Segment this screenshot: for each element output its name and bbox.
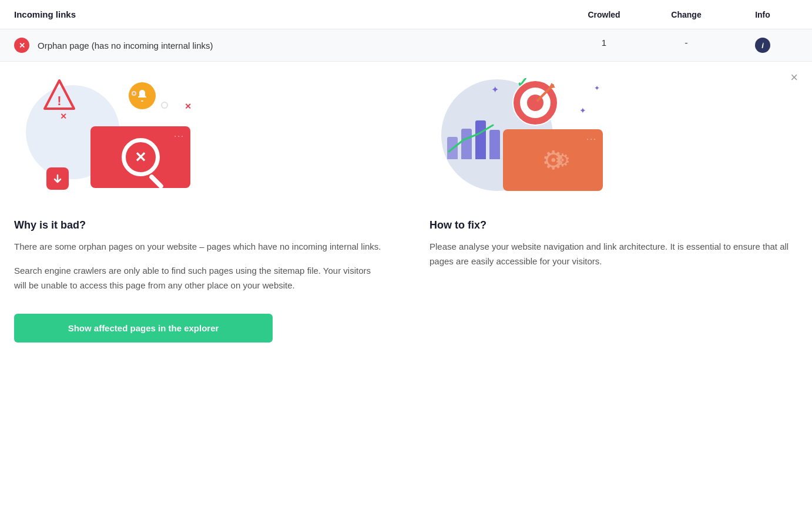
info-column-header: Info [727, 10, 798, 19]
right-illustration: ✓ ✦ ✦ ✦ [430, 73, 618, 203]
how-title: How to fix? [430, 219, 798, 231]
orange-card-dots: ··· [586, 134, 597, 143]
magnifier-container [122, 138, 160, 176]
how-para: Please analyse your website navigation a… [430, 240, 798, 269]
crawled-column-header: Crowled [563, 10, 645, 19]
right-column: ✓ ✦ ✦ ✦ [418, 73, 798, 343]
why-para1: There are some orphan pages on your webs… [14, 240, 382, 254]
issue-label: Orphan page (has no incoming internal li… [38, 41, 563, 51]
arrow-down-icon [46, 167, 69, 190]
close-button[interactable]: × [790, 71, 798, 84]
gear-small-icon: ⚙ [555, 150, 571, 170]
sparkle-1: ✦ [491, 84, 499, 95]
why-para2: Search engine crawlers are only able to … [14, 264, 382, 293]
orange-card: ⚙ ⚙ ··· [503, 129, 603, 191]
x-mark-2: ✕ [184, 102, 192, 111]
x-mark-1: ✕ [60, 112, 67, 121]
sparkle-3: ✦ [594, 84, 600, 92]
section-title: Incoming links [14, 9, 563, 19]
why-title: Why is it bad? [14, 219, 382, 231]
dots-decoration: ··· [174, 131, 184, 140]
crawled-value: 1 [563, 38, 645, 53]
change-column-header: Change [645, 10, 727, 19]
issue-values: 1 - i [563, 38, 798, 53]
magnifier-icon [122, 138, 160, 176]
info-icon: i [761, 41, 764, 50]
magnifier-handle [148, 174, 164, 190]
trend-line [446, 119, 505, 155]
show-affected-pages-button[interactable]: Show affected pages in the explorer [14, 314, 273, 343]
issue-row: Orphan page (has no incoming internal li… [0, 29, 812, 62]
sparkle-2: ✦ [579, 106, 586, 115]
left-column: ! ✕ ✕ ··· [14, 73, 418, 343]
small-circle-2 [132, 91, 136, 96]
info-value[interactable]: i [727, 38, 798, 53]
change-value: - [645, 38, 727, 53]
detail-panel: × ! ✕ ✕ [0, 62, 812, 366]
small-circle-1 [161, 102, 168, 109]
header-columns: Crowled Change Info [563, 10, 798, 19]
pink-card: ··· [90, 126, 190, 188]
info-button[interactable]: i [755, 38, 770, 53]
header-row: Incoming links Crowled Change Info [0, 0, 812, 29]
warning-triangle-icon: ! [42, 78, 76, 112]
bell-icon [129, 82, 156, 109]
error-icon [14, 38, 29, 53]
gear-container: ⚙ ⚙ [542, 145, 565, 175]
svg-text:!: ! [57, 93, 61, 108]
target-icon [512, 79, 559, 129]
left-illustration: ! ✕ ✕ ··· [14, 73, 202, 203]
